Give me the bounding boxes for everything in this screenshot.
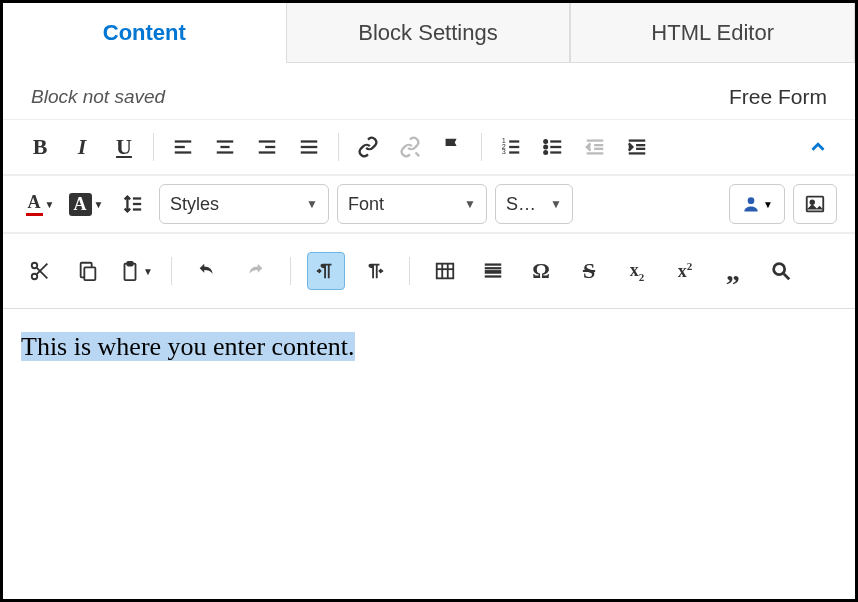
ltr-direction-button[interactable]: [307, 252, 345, 290]
italic-button[interactable]: I: [63, 128, 101, 166]
align-justify-button[interactable]: [290, 128, 328, 166]
indent-icon: [626, 136, 648, 158]
strikethrough-icon: S: [583, 258, 595, 284]
insert-image-button[interactable]: [793, 184, 837, 224]
font-dropdown[interactable]: Font▼: [337, 184, 487, 224]
horizontal-rule-button[interactable]: [474, 252, 512, 290]
caret-down-icon: ▼: [94, 199, 104, 210]
caret-down-icon: ▼: [143, 266, 153, 277]
caret-down-icon: ▼: [763, 199, 773, 210]
unordered-list-icon: [542, 136, 564, 158]
bold-button[interactable]: B: [21, 128, 59, 166]
tab-block-settings[interactable]: Block Settings: [286, 3, 571, 63]
size-dropdown[interactable]: S…▼: [495, 184, 573, 224]
separator: [409, 257, 410, 285]
align-justify-icon: [298, 136, 320, 158]
indent-button[interactable]: [618, 128, 656, 166]
rtl-icon: [363, 260, 385, 282]
svg-rect-46: [127, 262, 133, 266]
undo-icon: [196, 260, 218, 282]
caret-down-icon: ▼: [306, 197, 318, 211]
cut-button[interactable]: [21, 252, 59, 290]
scissors-icon: [29, 260, 51, 282]
flag-icon: [441, 136, 463, 158]
collapse-toolbar-button[interactable]: [799, 128, 837, 166]
paste-button[interactable]: ▼: [117, 252, 155, 290]
toolbar-row-1: B I U 123: [3, 119, 855, 175]
align-center-button[interactable]: [206, 128, 244, 166]
separator: [153, 133, 154, 161]
anchor-button[interactable]: [433, 128, 471, 166]
redo-button[interactable]: [236, 252, 274, 290]
copy-button[interactable]: [69, 252, 107, 290]
line-height-button[interactable]: [113, 185, 151, 223]
separator: [338, 133, 339, 161]
status-bar: Block not saved Free Form: [3, 63, 855, 119]
svg-line-12: [416, 153, 420, 157]
block-status: Block not saved: [31, 86, 165, 108]
editor-frame: Content Block Settings HTML Editor Block…: [0, 0, 858, 602]
svg-point-55: [774, 264, 785, 275]
svg-point-39: [810, 200, 814, 204]
ordered-list-button[interactable]: 123: [492, 128, 530, 166]
subscript-button[interactable]: x2: [618, 252, 656, 290]
text-color-button[interactable]: A▼: [21, 185, 59, 223]
caret-down-icon: ▼: [464, 197, 476, 211]
align-right-button[interactable]: [248, 128, 286, 166]
hr-icon: [482, 260, 504, 282]
superscript-icon: x2: [678, 260, 693, 282]
unordered-list-button[interactable]: [534, 128, 572, 166]
superscript-button[interactable]: x2: [666, 252, 704, 290]
align-right-icon: [256, 136, 278, 158]
styles-dropdown[interactable]: Styles▼: [159, 184, 329, 224]
bold-icon: B: [33, 134, 48, 160]
font-label: Font: [348, 194, 384, 215]
personalize-button[interactable]: ▼: [729, 184, 785, 224]
align-left-icon: [172, 136, 194, 158]
block-type-label: Free Form: [729, 85, 827, 109]
editor-content-area[interactable]: This is where you enter content.: [3, 309, 855, 509]
unlink-button[interactable]: [391, 128, 429, 166]
tab-bar: Content Block Settings HTML Editor: [3, 3, 855, 63]
table-button[interactable]: [426, 252, 464, 290]
subscript-icon: x2: [630, 260, 645, 283]
italic-icon: I: [78, 134, 87, 160]
clipboard-icon: [119, 260, 141, 282]
separator: [290, 257, 291, 285]
omega-icon: Ω: [532, 258, 550, 284]
svg-point-23: [544, 146, 547, 149]
undo-button[interactable]: [188, 252, 226, 290]
align-left-button[interactable]: [164, 128, 202, 166]
size-label: S…: [506, 194, 536, 215]
outdent-button[interactable]: [576, 128, 614, 166]
image-icon: [804, 193, 826, 215]
styles-label: Styles: [170, 194, 219, 215]
table-icon: [434, 260, 456, 282]
link-icon: [357, 136, 379, 158]
link-button[interactable]: [349, 128, 387, 166]
find-button[interactable]: [762, 252, 800, 290]
blockquote-button[interactable]: „: [714, 252, 752, 290]
editor-body-text: This is where you enter content.: [21, 332, 355, 361]
bg-color-button[interactable]: A▼: [67, 185, 105, 223]
toolbar-row-2: A▼ A▼ Styles▼ Font▼ S…▼ ▼: [3, 175, 855, 233]
svg-rect-47: [437, 264, 454, 279]
special-char-button[interactable]: Ω: [522, 252, 560, 290]
ltr-icon: [315, 260, 337, 282]
svg-point-37: [748, 197, 755, 204]
caret-down-icon: ▼: [550, 197, 562, 211]
svg-text:3: 3: [502, 147, 506, 156]
underline-icon: U: [116, 134, 132, 160]
separator: [481, 133, 482, 161]
toolbar-row-3: ▼ Ω S x2 x2 „: [3, 233, 855, 309]
tab-html-editor[interactable]: HTML Editor: [570, 3, 855, 63]
copy-icon: [77, 260, 99, 282]
underline-button[interactable]: U: [105, 128, 143, 166]
rtl-direction-button[interactable]: [355, 252, 393, 290]
bg-color-icon: A: [69, 193, 92, 216]
strikethrough-button[interactable]: S: [570, 252, 608, 290]
line-height-icon: [121, 193, 143, 215]
tab-content[interactable]: Content: [3, 3, 286, 63]
svg-point-22: [544, 140, 547, 143]
svg-point-40: [32, 263, 38, 269]
